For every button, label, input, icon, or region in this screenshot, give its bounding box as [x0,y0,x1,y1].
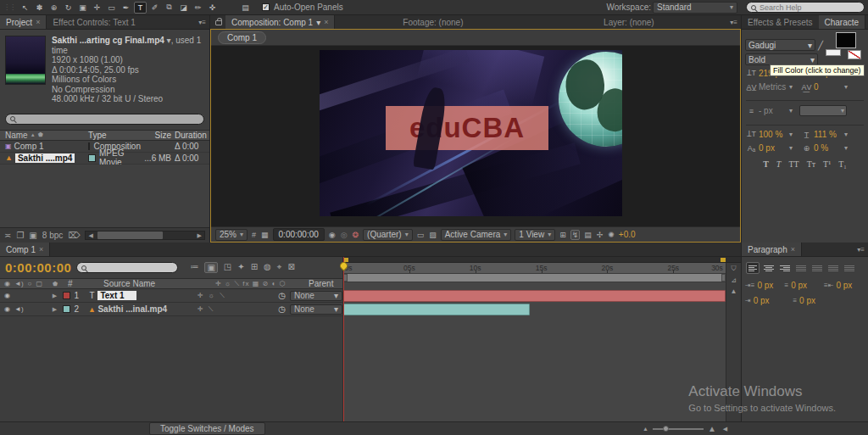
stroke-style-dropdown[interactable]: ▾ [799,105,847,116]
layer-bar-video[interactable] [343,304,530,315]
scroll-right-icon[interactable]: ▶ [195,232,204,239]
first-line-indent-value[interactable]: 0 px [754,296,770,305]
layer-name[interactable]: Text 1 [97,291,136,300]
layer-name[interactable]: Sakthi ...inal.mp4 [97,304,197,314]
type-tool-icon[interactable]: T [134,2,147,14]
align-left-button[interactable] [746,262,760,274]
audio-column-icon[interactable]: ◄) [14,280,24,287]
eyedropper-icon[interactable]: ╱ [818,41,823,50]
composition-viewer[interactable]: eduCBA [211,46,740,226]
parent-dropdown[interactable]: None▾ [290,291,342,301]
resolution-dropdown[interactable]: (Quarter)▾ [363,229,413,241]
tab-composition[interactable]: Composition: Comp 1 ▾ × [225,15,335,29]
pen-tool-icon[interactable]: ✒ [120,2,132,14]
stroke-width-value[interactable]: - px [759,106,789,115]
source-name-column[interactable]: Source Name [80,279,215,288]
tracking-value[interactable]: 0 [814,82,844,92]
tab-footage[interactable]: Footage: (none) [335,15,531,29]
align-center-button[interactable] [762,262,776,274]
faux-italic-button[interactable]: T [776,159,782,169]
lock-icon[interactable] [215,20,222,25]
close-icon[interactable]: × [791,245,795,254]
pixel-aspect-icon[interactable]: ⊞ [559,231,567,239]
panel-menu-icon[interactable]: ▾≡ [195,15,209,29]
navigator-end-handle[interactable] [721,258,726,262]
justify-last-left-button[interactable] [794,262,808,274]
composition-image[interactable]: eduCBA [320,50,622,216]
current-time-display[interactable]: 0:00:00:00 [5,260,71,275]
indent-right-value[interactable]: 0 px [836,281,852,290]
time-ruler[interactable]: 0s 05s 10s 15s 20s 25s 30s [343,263,741,274]
tab-project[interactable]: Project× [0,15,47,29]
new-folder-icon[interactable]: ❐ [16,231,24,240]
space-before-value[interactable]: 0 px [791,281,807,290]
timeline-navigator-strip[interactable] [343,257,741,263]
fill-color-swatch[interactable] [836,32,856,48]
column-name[interactable]: Name [5,131,28,140]
vertical-scale-value[interactable]: 100 % [759,130,789,139]
region-of-interest-icon[interactable]: ▭ [416,231,426,239]
grid-icon[interactable]: ▦ [260,231,270,239]
tab-timeline-comp1[interactable]: Comp 1× [0,243,50,256]
kerning-value[interactable]: Metrics [759,82,789,92]
lock-column-icon[interactable]: ▢ [36,280,42,287]
audio-icon[interactable]: ◄) [14,305,24,313]
indent-left-value[interactable]: 0 px [757,281,773,290]
sort-icon[interactable]: ▲ [31,132,36,137]
tab-effects-presets[interactable]: Effects & Presets [742,15,819,29]
trash-icon[interactable]: ⌦ [68,231,80,240]
table-row[interactable]: ▲ Sakthi ....mp4 MPEG Movie ...6 MB Δ 0:… [0,153,209,165]
exposure-icon[interactable]: ✺ [607,231,615,239]
tab-paragraph[interactable]: Paragraph× [742,243,802,256]
layer-switches[interactable]: ✛ ⟍ [198,305,278,314]
zoom-slider[interactable] [653,428,704,430]
subscript-button[interactable]: T₁ [838,159,847,169]
show-snapshot-icon[interactable]: ◎ [340,231,348,239]
expander-icon[interactable]: ▶ [53,293,63,299]
pan-behind-tool-icon[interactable]: ✛ [91,2,103,14]
switches-column-icons[interactable]: ✛ ☼ ⟍ fx ▦ ⊘ ◐ ⬡ [215,280,309,288]
clone-stamp-tool-icon[interactable]: ⧉ [163,2,175,14]
all-caps-button[interactable]: TT [788,159,798,169]
parent-pickwhip-icon[interactable]: ◷ [278,291,286,300]
panel-menu-icon[interactable]: ▾≡ [726,15,741,29]
timeline-search-box[interactable] [76,262,178,273]
chevron-down-icon[interactable]: ▾ [789,131,799,138]
zoom-tool-icon[interactable]: ⊕ [47,2,60,14]
tsume-value[interactable]: 0 % [814,143,844,153]
horizontal-scale-value[interactable]: 111 % [814,130,844,139]
chevron-down-icon[interactable]: ▾ [844,83,854,91]
search-help-input[interactable] [760,3,860,12]
toggle-switches-modes-button[interactable]: Toggle Switches / Modes [149,422,265,435]
brush-tool-icon[interactable]: ✐ [148,2,161,14]
zoom-in-icon[interactable]: ▲ [708,424,716,433]
font-style-dropdown[interactable]: Bold▾ [745,53,818,65]
layer-bar-text1[interactable] [343,290,726,302]
exposure-value[interactable]: +0.0 [619,230,636,239]
search-help-box[interactable] [746,2,865,13]
puppet-pin-tool-icon[interactable]: ✜ [206,2,219,14]
align-right-button[interactable] [778,262,792,274]
parent-column[interactable]: Parent [309,279,333,288]
snapshot-icon[interactable]: ◉ [328,231,337,239]
zoom-out-icon[interactable]: ▲ [643,426,648,432]
tab-character[interactable]: Characte [819,15,866,29]
column-size[interactable]: Size [141,131,171,140]
comp-breadcrumb-button[interactable]: Comp 1 [218,31,266,44]
parent-pickwhip-icon[interactable]: ◷ [278,304,286,314]
scroll-left-icon[interactable]: ◀ [86,232,95,239]
comp-flowchart-icon[interactable]: ▣ [204,262,217,273]
faux-bold-button[interactable]: T [763,159,769,169]
safe-margins-icon[interactable]: # [251,231,257,239]
number-column[interactable]: # [68,279,80,288]
roto-brush-tool-icon[interactable]: ✏ [192,2,204,14]
timeline-track-area[interactable]: 0s 05s 10s 15s 20s 25s 30s [343,257,741,421]
auto-open-panels-checkbox[interactable]: ✓ [262,3,270,11]
selected-item-name[interactable]: Sakthi ....mp4 [15,153,75,163]
chevron-down-icon[interactable]: ▾ [789,144,799,152]
chevron-down-icon[interactable]: ▾ [844,131,854,138]
viewer-timecode[interactable]: 0:00:00:00 [273,228,325,241]
scroll-up-icon[interactable]: ▲ [731,287,737,295]
close-icon[interactable]: × [36,18,40,26]
tab-effect-controls[interactable]: Effect Controls: Text 1 [47,15,141,29]
